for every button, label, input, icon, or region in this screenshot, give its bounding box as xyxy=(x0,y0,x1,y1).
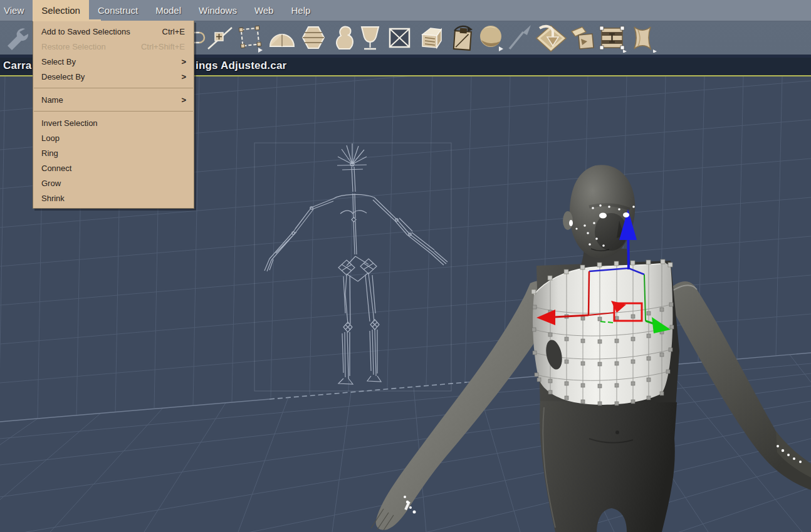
paint-brush-icon[interactable] xyxy=(506,24,535,53)
marquee-select-icon[interactable] xyxy=(237,24,266,53)
submenu-arrow-icon: > xyxy=(181,57,187,66)
menu-selection[interactable]: Selection xyxy=(33,0,89,21)
add-point-icon[interactable] xyxy=(206,24,234,53)
primitive-box-icon[interactable] xyxy=(417,24,446,53)
menu-item-loop[interactable]: Loop xyxy=(33,130,194,145)
delete-box-icon[interactable] xyxy=(385,24,414,53)
menu-item-connect[interactable]: Connect xyxy=(33,160,194,175)
menu-item-deselect-by[interactable]: Deselect By > xyxy=(33,69,194,84)
active-menu-connector xyxy=(33,19,101,21)
sphere-icon[interactable] xyxy=(478,24,507,53)
menu-bar: View Selection Construct Model Windows W… xyxy=(0,0,811,21)
wrench-icon[interactable] xyxy=(3,24,31,53)
lathe-icon[interactable] xyxy=(299,24,328,53)
free-form-icon[interactable] xyxy=(330,24,359,53)
menu-item-ring[interactable]: Ring xyxy=(33,145,194,160)
menu-item-name[interactable]: Name > xyxy=(33,92,194,107)
submenu-arrow-icon: > xyxy=(181,72,187,81)
subdivide-block-icon[interactable] xyxy=(598,24,627,53)
selected-mesh-band[interactable] xyxy=(531,259,674,405)
document-title-right[interactable]: ings Adjusted.car xyxy=(196,60,286,72)
menu-item-grow[interactable]: Grow xyxy=(33,175,194,190)
push-plate-icon[interactable] xyxy=(533,24,568,53)
extract-faces-icon[interactable] xyxy=(568,24,597,53)
menu-item-add-to-saved-selections[interactable]: Add to Saved Selections Ctrl+E xyxy=(33,24,194,39)
menu-help[interactable]: Help xyxy=(282,0,319,21)
menu-separator xyxy=(34,88,193,88)
menu-view[interactable]: View xyxy=(0,0,33,21)
clipboard-paste-icon[interactable] xyxy=(449,24,478,53)
menu-separator xyxy=(34,111,193,112)
menu-model[interactable]: Model xyxy=(147,0,190,21)
bend-shape-icon[interactable] xyxy=(628,24,657,53)
menu-item-select-by[interactable]: Select By > xyxy=(33,54,194,69)
menu-construct[interactable]: Construct xyxy=(89,0,147,21)
selection-dropdown-menu: Add to Saved Selections Ctrl+E Restore S… xyxy=(33,21,194,209)
menu-item-restore-selection: Restore Selection Ctrl+Shift+E xyxy=(33,39,194,54)
gizmo-red-edge xyxy=(589,271,589,315)
menu-item-invert-selection[interactable]: Invert Selection xyxy=(33,115,194,130)
menu-web[interactable]: Web xyxy=(246,0,283,21)
half-sphere-icon[interactable] xyxy=(268,24,296,53)
menu-item-shrink[interactable]: Shrink xyxy=(33,190,194,206)
vertex-glass-icon[interactable] xyxy=(357,24,385,53)
submenu-arrow-icon: > xyxy=(181,95,187,105)
menu-windows[interactable]: Windows xyxy=(190,0,246,21)
document-title-left[interactable]: Carra xyxy=(3,60,31,72)
